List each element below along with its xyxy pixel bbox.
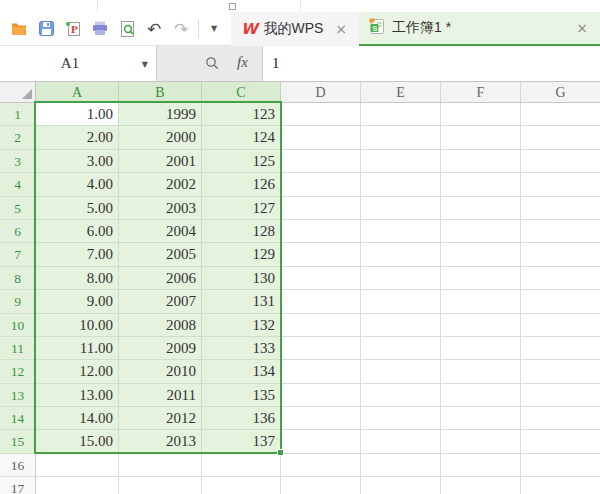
cell-E5[interactable]: [361, 197, 441, 220]
row-header-13[interactable]: 13: [0, 384, 36, 407]
cell-A11[interactable]: 11.00: [36, 337, 119, 360]
cell-G10[interactable]: [521, 314, 600, 337]
row-header-4[interactable]: 4: [0, 173, 36, 196]
close-icon[interactable]: ×: [333, 21, 349, 37]
cell-E9[interactable]: [361, 290, 441, 313]
cell-F6[interactable]: [441, 220, 521, 243]
close-icon[interactable]: ×: [574, 20, 590, 36]
cell-F14[interactable]: [441, 407, 521, 430]
formula-input[interactable]: 1: [262, 46, 600, 81]
restore-window-icon[interactable]: [229, 3, 236, 10]
cell-G13[interactable]: [521, 384, 600, 407]
toolbar-overflow-caret-icon[interactable]: ▼: [206, 24, 222, 33]
cell-E13[interactable]: [361, 384, 441, 407]
cell-D10[interactable]: [281, 314, 361, 337]
cell-G7[interactable]: [521, 243, 600, 266]
cell-F5[interactable]: [441, 197, 521, 220]
row-header-12[interactable]: 12: [0, 360, 36, 383]
cell-F4[interactable]: [441, 173, 521, 196]
cell-D4[interactable]: [281, 173, 361, 196]
cell-C16[interactable]: [202, 454, 281, 477]
row-header-17[interactable]: 17: [0, 477, 36, 494]
cell-A6[interactable]: 6.00: [36, 220, 119, 243]
cell-B17[interactable]: [119, 477, 202, 494]
cell-D13[interactable]: [281, 384, 361, 407]
cell-B6[interactable]: 2004: [119, 220, 202, 243]
export-pdf-icon[interactable]: P: [65, 21, 81, 37]
cell-D17[interactable]: [281, 477, 361, 494]
cell-C1[interactable]: 123: [202, 103, 281, 126]
cell-E10[interactable]: [361, 314, 441, 337]
cell-F17[interactable]: [441, 477, 521, 494]
cell-A15[interactable]: 15.00: [36, 430, 119, 453]
cell-A8[interactable]: 8.00: [36, 267, 119, 290]
row-header-6[interactable]: 6: [0, 220, 36, 243]
cell-B10[interactable]: 2008: [119, 314, 202, 337]
name-box-caret-icon[interactable]: ▼: [142, 60, 148, 69]
column-header-D[interactable]: D: [281, 82, 361, 103]
cell-G5[interactable]: [521, 197, 600, 220]
fill-handle[interactable]: [277, 449, 284, 456]
zoom-magnifier-icon[interactable]: [205, 56, 220, 75]
cell-G8[interactable]: [521, 267, 600, 290]
cell-B16[interactable]: [119, 454, 202, 477]
cell-D6[interactable]: [281, 220, 361, 243]
cell-A3[interactable]: 3.00: [36, 150, 119, 173]
cell-D12[interactable]: [281, 360, 361, 383]
cell-F10[interactable]: [441, 314, 521, 337]
redo-icon[interactable]: ↷: [173, 21, 189, 37]
cell-E17[interactable]: [361, 477, 441, 494]
open-folder-icon[interactable]: [11, 21, 27, 37]
cell-B15[interactable]: 2013: [119, 430, 202, 453]
select-all-corner[interactable]: [0, 82, 36, 103]
cell-F16[interactable]: [441, 454, 521, 477]
row-header-1[interactable]: 1: [0, 103, 36, 126]
column-header-G[interactable]: G: [521, 82, 600, 103]
cell-C11[interactable]: 133: [202, 337, 281, 360]
cell-D5[interactable]: [281, 197, 361, 220]
cell-E14[interactable]: [361, 407, 441, 430]
cell-E7[interactable]: [361, 243, 441, 266]
name-box[interactable]: A1 ▼: [0, 46, 157, 81]
row-header-10[interactable]: 10: [0, 314, 36, 337]
cell-B7[interactable]: 2005: [119, 243, 202, 266]
cell-C10[interactable]: 132: [202, 314, 281, 337]
cell-A7[interactable]: 7.00: [36, 243, 119, 266]
cell-A10[interactable]: 10.00: [36, 314, 119, 337]
cell-F15[interactable]: [441, 430, 521, 453]
column-header-B[interactable]: B: [119, 82, 202, 103]
row-header-8[interactable]: 8: [0, 267, 36, 290]
row-header-2[interactable]: 2: [0, 126, 36, 149]
cell-G1[interactable]: [521, 103, 600, 126]
cell-G3[interactable]: [521, 150, 600, 173]
cell-B8[interactable]: 2006: [119, 267, 202, 290]
row-header-11[interactable]: 11: [0, 337, 36, 360]
cell-D7[interactable]: [281, 243, 361, 266]
cell-E15[interactable]: [361, 430, 441, 453]
cell-A13[interactable]: 13.00: [36, 384, 119, 407]
cell-B9[interactable]: 2007: [119, 290, 202, 313]
cell-A16[interactable]: [36, 454, 119, 477]
cell-C9[interactable]: 131: [202, 290, 281, 313]
cell-E4[interactable]: [361, 173, 441, 196]
row-header-5[interactable]: 5: [0, 197, 36, 220]
cell-C2[interactable]: 124: [202, 126, 281, 149]
cell-A4[interactable]: 4.00: [36, 173, 119, 196]
cell-C3[interactable]: 125: [202, 150, 281, 173]
cell-B1[interactable]: 1999: [119, 103, 202, 126]
cell-F1[interactable]: [441, 103, 521, 126]
cell-B11[interactable]: 2009: [119, 337, 202, 360]
cell-F3[interactable]: [441, 150, 521, 173]
cell-B14[interactable]: 2012: [119, 407, 202, 430]
cell-G11[interactable]: [521, 337, 600, 360]
cell-C15[interactable]: 137: [202, 430, 281, 453]
cell-C4[interactable]: 126: [202, 173, 281, 196]
cell-C5[interactable]: 127: [202, 197, 281, 220]
cell-G16[interactable]: [521, 454, 600, 477]
cell-D16[interactable]: [281, 454, 361, 477]
save-icon[interactable]: [38, 21, 54, 37]
cell-D15[interactable]: [281, 430, 361, 453]
row-header-15[interactable]: 15: [0, 430, 36, 453]
cell-C6[interactable]: 128: [202, 220, 281, 243]
cell-E1[interactable]: [361, 103, 441, 126]
